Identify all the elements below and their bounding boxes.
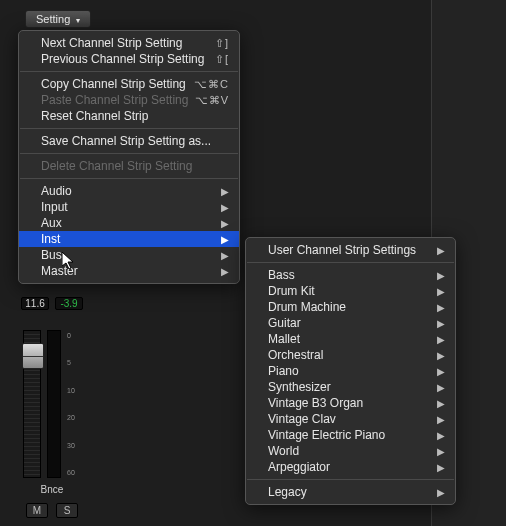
submenu-mallet[interactable]: Mallet▶ — [246, 331, 455, 347]
volume-fader[interactable] — [23, 330, 41, 478]
channel-strip-menu: Next Channel Strip Setting⇧] Previous Ch… — [18, 30, 240, 284]
chevron-right-icon: ▶ — [437, 414, 445, 425]
submenu-drum-machine[interactable]: Drum Machine▶ — [246, 299, 455, 315]
submenu-vintage-clav[interactable]: Vintage Clav▶ — [246, 411, 455, 427]
menu-aux[interactable]: Aux▶ — [19, 215, 239, 231]
menu-input[interactable]: Input▶ — [19, 199, 239, 215]
chevron-right-icon: ▶ — [437, 318, 445, 329]
submenu-bass[interactable]: Bass▶ — [246, 267, 455, 283]
chevron-right-icon: ▶ — [437, 462, 445, 473]
menu-next[interactable]: Next Channel Strip Setting⇧] — [19, 35, 239, 51]
submenu-guitar[interactable]: Guitar▶ — [246, 315, 455, 331]
peak-readout: -3.9 — [55, 297, 83, 310]
level-meter — [47, 330, 61, 478]
menu-paste: Paste Channel Strip Setting⌥⌘V — [19, 92, 239, 108]
chevron-right-icon: ▶ — [437, 366, 445, 377]
chevron-right-icon: ▶ — [437, 487, 445, 498]
menu-audio[interactable]: Audio▶ — [19, 183, 239, 199]
submenu-drum-kit[interactable]: Drum Kit▶ — [246, 283, 455, 299]
submenu-user[interactable]: User Channel Strip Settings▶ — [246, 242, 455, 258]
menu-reset[interactable]: Reset Channel Strip — [19, 108, 239, 124]
setting-label: Setting — [36, 13, 70, 25]
menu-inst[interactable]: Inst▶ — [19, 231, 239, 247]
meter-scale: 0 5 10 20 30 60 — [67, 330, 81, 478]
chevron-right-icon: ▶ — [437, 382, 445, 393]
chevron-right-icon: ▶ — [221, 218, 229, 229]
chevron-right-icon: ▶ — [437, 430, 445, 441]
submenu-arpeggiator[interactable]: Arpeggiator▶ — [246, 459, 455, 475]
chevron-right-icon: ▶ — [221, 266, 229, 277]
submenu-legacy[interactable]: Legacy▶ — [246, 484, 455, 500]
chevron-down-icon: ▾ — [76, 16, 80, 25]
chevron-right-icon: ▶ — [437, 334, 445, 345]
submenu-vintage-b3[interactable]: Vintage B3 Organ▶ — [246, 395, 455, 411]
submenu-piano[interactable]: Piano▶ — [246, 363, 455, 379]
menu-save-as[interactable]: Save Channel Strip Setting as... — [19, 133, 239, 149]
chevron-right-icon: ▶ — [437, 270, 445, 281]
bounce-button[interactable]: Bnce — [18, 484, 86, 495]
chevron-right-icon: ▶ — [437, 398, 445, 409]
menu-master[interactable]: Master▶ — [19, 263, 239, 279]
submenu-vintage-ep[interactable]: Vintage Electric Piano▶ — [246, 427, 455, 443]
submenu-orchestral[interactable]: Orchestral▶ — [246, 347, 455, 363]
menu-copy[interactable]: Copy Channel Strip Setting⌥⌘C — [19, 76, 239, 92]
chevron-right-icon: ▶ — [437, 245, 445, 256]
menu-prev[interactable]: Previous Channel Strip Setting⇧[ — [19, 51, 239, 67]
channel-strip: 11.6 -3.9 0 5 10 20 30 60 Bnce M S — [18, 297, 86, 518]
chevron-right-icon: ▶ — [221, 202, 229, 213]
fader-knob[interactable] — [22, 343, 44, 369]
chevron-right-icon: ▶ — [221, 234, 229, 245]
inst-submenu: User Channel Strip Settings▶ Bass▶ Drum … — [245, 237, 456, 505]
solo-button[interactable]: S — [56, 503, 78, 518]
chevron-right-icon: ▶ — [437, 446, 445, 457]
chevron-right-icon: ▶ — [221, 250, 229, 261]
setting-button[interactable]: Setting ▾ — [25, 10, 91, 28]
submenu-synthesizer[interactable]: Synthesizer▶ — [246, 379, 455, 395]
chevron-right-icon: ▶ — [437, 286, 445, 297]
chevron-right-icon: ▶ — [221, 186, 229, 197]
chevron-right-icon: ▶ — [437, 302, 445, 313]
menu-bus[interactable]: Bus▶ — [19, 247, 239, 263]
gain-readout: 11.6 — [21, 297, 49, 310]
chevron-right-icon: ▶ — [437, 350, 445, 361]
submenu-world[interactable]: World▶ — [246, 443, 455, 459]
menu-delete: Delete Channel Strip Setting — [19, 158, 239, 174]
mute-button[interactable]: M — [26, 503, 48, 518]
